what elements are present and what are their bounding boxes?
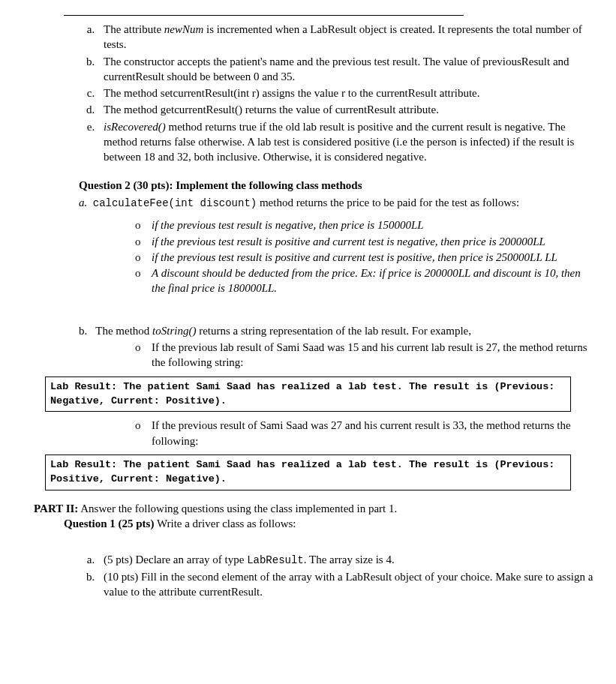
- q2-head-bold: Question 2 (30 pts): Implement the follo…: [79, 179, 362, 191]
- part2-a: (5 pts) Declare an array of type LabResu…: [98, 552, 593, 568]
- q2-b-sub1: If the previous lab result of Sami Saad …: [135, 340, 593, 370]
- q2-b: b. The method toString() returns a strin…: [79, 323, 593, 338]
- part2-q1: Question 1 (25 pts) Write a driver class…: [64, 516, 593, 531]
- req-c: The method setcurrentResult(int r) assig…: [98, 86, 593, 100]
- part2-a-rest: . The array size is 4.: [304, 554, 395, 566]
- req-d: The method getcurrentResult() returns th…: [98, 102, 593, 117]
- part2-b: (10 pts) Fill in the second element of t…: [98, 569, 593, 600]
- q2-b-sub2: If the previous result of Sami Saad was …: [135, 418, 593, 448]
- q2-a-code: calculateFee(int discount): [93, 197, 257, 209]
- q2-bullet-1: if the previous test result is negative,…: [135, 218, 593, 232]
- q2-bullet-2: if the previous test result is positive …: [135, 234, 593, 249]
- part2-head-bold: PART II:: [34, 502, 78, 514]
- req-e-ital: isRecovered(): [104, 121, 166, 133]
- q2-b-ital: toString(): [152, 325, 196, 337]
- q2-b-pre: The method: [95, 325, 152, 337]
- output-box-2: Lab Result: The patient Sami Saad has re…: [45, 454, 571, 490]
- req-e: isRecovered() method returns true if the…: [98, 119, 593, 165]
- req-a-pre: The attribute: [104, 23, 164, 35]
- q2-a-label: a.: [79, 196, 87, 208]
- req-b: The constructor accepts the patient's na…: [98, 54, 593, 85]
- q2-b-sub1-list: If the previous lab result of Sami Saad …: [23, 340, 593, 370]
- q2-a: a. calculateFee(int discount) method ret…: [79, 195, 593, 211]
- q2-b-sub2-list: If the previous result of Sami Saad was …: [23, 418, 593, 448]
- part2-a-pre: (5 pts) Declare an array of type: [104, 554, 247, 566]
- output-box-1: Lab Result: The patient Sami Saad has re…: [45, 376, 571, 412]
- q2-a-rest: method returns the price to be paid for …: [257, 196, 519, 208]
- requirements-list: The attribute newNum is incremented when…: [23, 22, 593, 164]
- q2-bullets: if the previous test result is negative,…: [23, 218, 593, 296]
- q2-b-rest: returns a string representation of the l…: [196, 325, 471, 337]
- req-a: The attribute newNum is incremented when…: [98, 22, 593, 52]
- part2-a-code: LabResult: [247, 554, 304, 566]
- part2-q1-rest: Write a driver class as follows:: [154, 518, 296, 530]
- part2-q1-bold: Question 1 (25 pts): [64, 518, 154, 530]
- part-2: PART II: Answer the following questions …: [34, 501, 593, 516]
- top-rule: [64, 15, 464, 16]
- part2-tasks: (5 pts) Declare an array of type LabResu…: [23, 552, 593, 599]
- q2-bullet-4: A discount should be deducted from the p…: [135, 266, 593, 296]
- part2-head-rest: Answer the following questions using the…: [78, 502, 397, 514]
- q2-bullet-3: if the previous test result is positive …: [135, 250, 593, 265]
- question-2-heading: Question 2 (30 pts): Implement the follo…: [79, 178, 593, 193]
- req-e-rest: method returns true if the old lab resul…: [104, 121, 574, 164]
- req-a-ital: newNum: [164, 23, 204, 35]
